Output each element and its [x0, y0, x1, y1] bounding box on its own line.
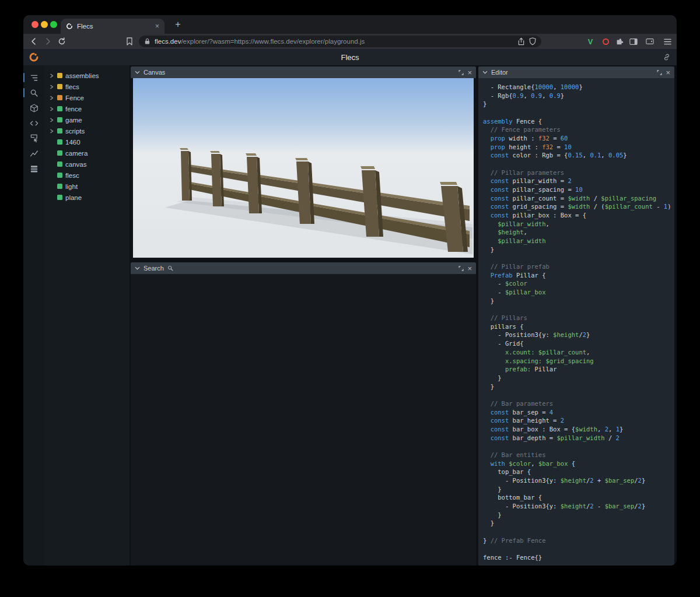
screen: Flecs × + flecs.dev/explor: [0, 0, 700, 597]
code-line: }: [483, 297, 672, 305]
hierarchy-icon[interactable]: [23, 70, 44, 85]
collapse-chevron-icon[interactable]: [135, 71, 140, 74]
entity-color-swatch: [57, 128, 62, 134]
traffic-zoom[interactable]: [50, 21, 57, 28]
code-line: const bar_box : Box = {$width, 2, 1}: [483, 425, 672, 434]
shield-icon[interactable]: [529, 37, 536, 45]
tree-item-plane[interactable]: plane: [44, 192, 130, 203]
canvas-panel-header[interactable]: Canvas ×: [131, 66, 476, 78]
forward-button[interactable]: [42, 36, 54, 47]
entity-color-swatch: [57, 84, 62, 89]
code-line: [483, 442, 672, 451]
tree-item-label: canvas: [65, 161, 86, 168]
tree-item-label: light: [65, 183, 78, 190]
traffic-minimize[interactable]: [41, 21, 48, 28]
code-line: $pillar_width: [483, 237, 672, 245]
tree-item-assemblies[interactable]: assemblies: [44, 70, 130, 81]
search-icon[interactable]: [23, 85, 44, 100]
code-line: const bar_sep = 4: [483, 408, 672, 417]
code-line: }: [483, 100, 672, 108]
editor-panel-title: Editor: [491, 69, 508, 76]
tree-item-fence[interactable]: fence: [44, 103, 130, 114]
new-tab-button[interactable]: +: [172, 18, 184, 31]
menu-icon[interactable]: [662, 36, 673, 47]
tree-item-label: fence: [65, 106, 82, 113]
extension-record-icon[interactable]: [600, 36, 611, 47]
code-line: - $pillar_box: [483, 288, 672, 297]
close-panel-icon[interactable]: ×: [467, 265, 472, 272]
code-line: [483, 391, 672, 399]
url-bar[interactable]: flecs.dev/explorer/?wasm=https://www.fle…: [139, 36, 541, 47]
stats-icon[interactable]: [23, 146, 44, 161]
entity-color-swatch: [57, 195, 62, 200]
wallet-icon[interactable]: [644, 36, 656, 47]
extension-v-icon[interactable]: V: [584, 36, 596, 47]
code-line: - Rgb{0.9, 0.9, 0.9}: [483, 92, 672, 100]
expand-chevron-icon[interactable]: [50, 85, 54, 89]
reload-button[interactable]: [56, 36, 68, 47]
close-panel-icon[interactable]: ×: [666, 69, 670, 76]
tree-item-1460[interactable]: 1460: [44, 136, 130, 148]
tree-item-label: scripts: [65, 128, 85, 135]
tree-item-canvas[interactable]: canvas: [44, 159, 130, 170]
close-panel-icon[interactable]: ×: [467, 69, 472, 76]
tree-item-game[interactable]: game: [44, 114, 130, 125]
code-line: fence :- Fence{}: [483, 553, 672, 562]
browser-toolbar: flecs.dev/explorer/?wasm=https://www.fle…: [23, 34, 677, 49]
code-line: with $color, $bar_box {: [483, 459, 672, 468]
expand-panel-icon[interactable]: [459, 266, 464, 271]
inspect-icon[interactable]: [23, 131, 44, 146]
expand-panel-icon[interactable]: [657, 70, 662, 75]
canvas-3d-viewport[interactable]: [133, 78, 474, 258]
browser-tab[interactable]: Flecs ×: [61, 19, 164, 34]
code-line: prop height : f32 = 10: [483, 143, 672, 152]
code-line: assembly Fence {: [483, 117, 672, 126]
expand-chevron-icon[interactable]: [50, 107, 54, 111]
tree-item-flesc[interactable]: flesc: [44, 170, 130, 181]
share-icon[interactable]: [517, 37, 525, 45]
traffic-close[interactable]: [32, 21, 38, 28]
sidebar-toggle-icon[interactable]: [628, 36, 639, 47]
code-line: const pillar_spacing = 10: [483, 185, 672, 194]
expand-chevron-icon[interactable]: [50, 129, 54, 134]
code-line: - Position3{y: $height/2}: [483, 331, 672, 339]
tree-item-camera[interactable]: camera: [44, 148, 130, 159]
code-icon[interactable]: [23, 115, 44, 131]
list-icon[interactable]: [23, 161, 44, 176]
code-line: // Pillars: [483, 314, 672, 322]
tab-strip: Flecs × +: [23, 15, 677, 34]
tree-item-label: game: [65, 117, 82, 124]
expand-chevron-icon[interactable]: [50, 118, 54, 122]
collapse-chevron-icon[interactable]: [482, 71, 488, 74]
code-line: prop width : f32 = 60: [483, 134, 672, 143]
code-line: }: [483, 519, 672, 528]
permalink-icon[interactable]: [663, 53, 671, 64]
tab-title: Flecs: [77, 23, 151, 30]
expand-chevron-icon[interactable]: [50, 73, 54, 78]
bookmark-icon[interactable]: [124, 36, 135, 47]
collapse-chevron-icon[interactable]: [135, 266, 140, 270]
editor-panel-header[interactable]: Editor ×: [478, 66, 674, 78]
expand-chevron-icon[interactable]: [50, 96, 54, 100]
code-line: }: [483, 511, 672, 519]
expand-panel-icon[interactable]: [459, 70, 464, 75]
back-button[interactable]: [28, 36, 40, 47]
search-panel-header[interactable]: Search ×: [131, 262, 476, 274]
url-host: flecs.dev: [155, 38, 181, 45]
tree-item-Fence[interactable]: Fence: [44, 92, 130, 103]
code-line: }: [483, 245, 672, 254]
entity-color-swatch: [57, 73, 62, 78]
lock-icon: [144, 38, 150, 45]
tree-item-light[interactable]: light: [44, 181, 130, 192]
search-panel: Search ×: [131, 262, 476, 566]
tab-close-icon[interactable]: ×: [155, 22, 159, 30]
code-area[interactable]: - Rectangle{10000, 10000} - Rgb{0.9, 0.9…: [478, 78, 674, 566]
tree-item-label: Fence: [65, 94, 84, 101]
tree-item-flecs[interactable]: flecs: [44, 81, 130, 92]
tree-item-scripts[interactable]: scripts: [44, 125, 130, 136]
tree-item-label: camera: [65, 150, 88, 157]
tab-favicon: [66, 23, 73, 30]
extensions-puzzle-icon[interactable]: [614, 36, 625, 47]
search-results-area[interactable]: [131, 274, 476, 566]
cube-icon[interactable]: [23, 100, 44, 115]
